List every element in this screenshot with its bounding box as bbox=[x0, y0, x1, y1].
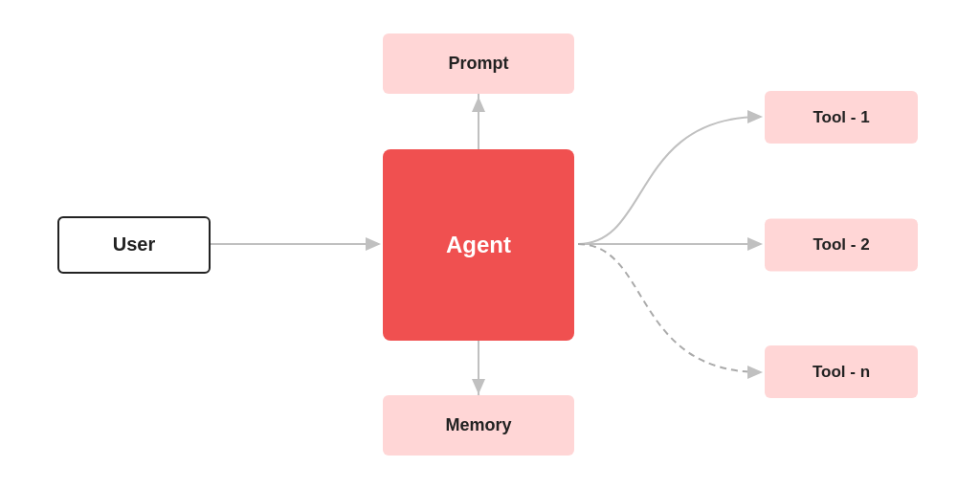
tool2-node: Tool - 2 bbox=[765, 218, 918, 271]
arrow-agent-tooln bbox=[578, 244, 761, 372]
tool1-label: Tool - 1 bbox=[813, 108, 869, 127]
prompt-label: Prompt bbox=[449, 54, 509, 74]
tool2-label: Tool - 2 bbox=[813, 235, 869, 255]
tooln-node: Tool - n bbox=[765, 345, 918, 398]
tooln-label: Tool - n bbox=[813, 363, 870, 382]
prompt-node: Prompt bbox=[383, 33, 574, 94]
tool1-node: Tool - 1 bbox=[765, 91, 918, 144]
diagram: User Agent Prompt Memory Tool - 1 Tool -… bbox=[0, 0, 980, 489]
memory-label: Memory bbox=[445, 415, 511, 435]
arrow-agent-tool1 bbox=[578, 117, 761, 244]
memory-node: Memory bbox=[383, 395, 574, 456]
agent-node: Agent bbox=[383, 149, 574, 341]
user-node: User bbox=[57, 216, 211, 274]
agent-label: Agent bbox=[446, 232, 511, 258]
user-label: User bbox=[113, 233, 155, 256]
